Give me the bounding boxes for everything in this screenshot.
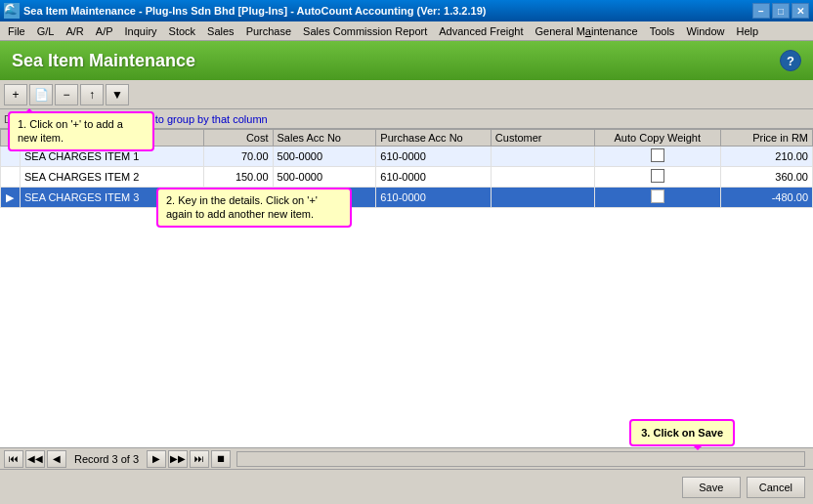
toolbar: + 📄 − ↑ ▼ 1. Click on '+' to add a new i… <box>0 80 813 109</box>
minimize-button[interactable]: − <box>752 3 770 19</box>
menu-stock[interactable]: Stock <box>163 23 202 39</box>
menu-general-maintenance[interactable]: General Maintenance <box>529 23 643 39</box>
table-body: SEA CHARGES ITEM 1 70.00 500-0000 610-00… <box>1 147 813 208</box>
menu-inquiry[interactable]: Inquiry <box>119 23 163 39</box>
title-bar: 🌊 Sea Item Maintenance - Plug-Ins Sdn Bh… <box>0 0 813 21</box>
row-customer <box>491 188 594 208</box>
col-header-auto-copy-weight: Auto Copy Weight <box>594 130 720 147</box>
col-header-purchase-acc: Purchase Acc No <box>376 130 492 147</box>
row-customer <box>491 147 594 167</box>
row-purchase-acc: 610-0000 <box>376 147 492 167</box>
row-customer <box>491 167 594 188</box>
main-content: + 📄 − ↑ ▼ 1. Click on '+' to add a new i… <box>0 80 813 504</box>
horizontal-scrollbar[interactable] <box>236 451 805 467</box>
row-price: 210.00 <box>720 147 812 167</box>
menu-advanced-freight[interactable]: Advanced Freight <box>433 23 529 39</box>
menu-purchase[interactable]: Purchase <box>240 23 297 39</box>
col-header-price: Price in RM <box>720 130 812 147</box>
col-header-customer: Customer <box>491 130 594 147</box>
menu-gl[interactable]: G/L <box>31 23 61 39</box>
nav-first-button[interactable]: ⏮ <box>4 450 23 468</box>
nav-next-button[interactable]: ▶ <box>147 450 166 468</box>
menu-sales[interactable]: Sales <box>201 23 240 39</box>
nav-prev-button[interactable]: ◀ <box>47 450 66 468</box>
menu-bar: File G/L A/R A/P Inquiry Stock Sales Pur… <box>0 21 813 41</box>
menu-file[interactable]: File <box>2 23 31 39</box>
row-sales-acc: 500-0000 <box>273 167 376 188</box>
menu-help[interactable]: Help <box>731 23 765 39</box>
row-auto-copy-weight[interactable] <box>594 147 720 167</box>
sort-button[interactable]: ▼ <box>106 84 129 105</box>
col-header-cost: Cost <box>204 130 274 147</box>
add-button[interactable]: + <box>4 84 27 105</box>
menu-ap[interactable]: A/P <box>90 23 119 39</box>
tooltip-save: 3. Click on Save <box>629 419 735 446</box>
save-button[interactable]: Save <box>682 477 741 498</box>
nav-stop-button[interactable]: ⏹ <box>211 450 231 468</box>
tooltip-key-details: 2. Key in the details. Click on '+' agai… <box>156 188 352 228</box>
row-indicator: ▶ <box>1 188 21 208</box>
title-bar-controls: − □ ✕ <box>752 3 809 19</box>
maximize-button[interactable]: □ <box>772 3 790 19</box>
nav-next-fast-button[interactable]: ▶▶ <box>168 450 188 468</box>
row-purchase-acc: 610-0000 <box>376 188 492 208</box>
menu-window[interactable]: Window <box>680 23 730 39</box>
menu-tools[interactable]: Tools <box>644 23 681 39</box>
row-auto-copy-weight[interactable] <box>594 188 720 208</box>
menu-sales-commission[interactable]: Sales Commission Report <box>297 23 433 39</box>
page-title: Sea Item Maintenance <box>12 51 195 71</box>
close-button[interactable]: ✕ <box>792 3 809 19</box>
row-cost: 150.00 <box>204 167 274 188</box>
nav-last-button[interactable]: ⏭ <box>190 450 209 468</box>
title-bar-text: Sea Item Maintenance - Plug-Ins Sdn Bhd … <box>23 5 752 17</box>
row-purchase-acc: 610-0000 <box>376 167 492 188</box>
copy-button[interactable]: 📄 <box>29 84 53 105</box>
app-icon: 🌊 <box>4 3 20 19</box>
record-info: Record 3 of 3 <box>68 453 145 465</box>
content-area: Dr Drag a column header here to group by… <box>0 109 813 447</box>
row-indicator <box>1 167 21 188</box>
nav-prev-fast-button[interactable]: ◀◀ <box>25 450 45 468</box>
cancel-button[interactable]: Cancel <box>747 477 805 498</box>
row-description: SEA CHARGES ITEM 2 <box>20 167 203 188</box>
table-row[interactable]: SEA CHARGES ITEM 2 150.00 500-0000 610-0… <box>1 167 813 188</box>
bottom-bar: 3. Click on Save Save Cancel <box>0 469 813 504</box>
col-header-sales-acc: Sales Acc No <box>273 130 376 147</box>
tooltip-add-item: 1. Click on '+' to add a new item. <box>8 111 154 151</box>
delete-button[interactable]: − <box>55 84 78 105</box>
row-sales-acc: 500-0000 <box>273 147 376 167</box>
menu-ar[interactable]: A/R <box>60 23 89 39</box>
row-cost: 70.00 <box>204 147 274 167</box>
data-grid: Description Cost Sales Acc No Purchase A… <box>0 129 813 288</box>
help-button[interactable]: ? <box>780 50 801 71</box>
row-price: 360.00 <box>720 167 812 188</box>
page-header: Sea Item Maintenance ? <box>0 41 813 80</box>
table-row[interactable]: ▶ SEA CHARGES ITEM 3 220.00 500-0000 610… <box>1 188 813 208</box>
row-auto-copy-weight[interactable] <box>594 167 720 188</box>
up-button[interactable]: ↑ <box>80 84 104 105</box>
row-price: -480.00 <box>720 188 812 208</box>
